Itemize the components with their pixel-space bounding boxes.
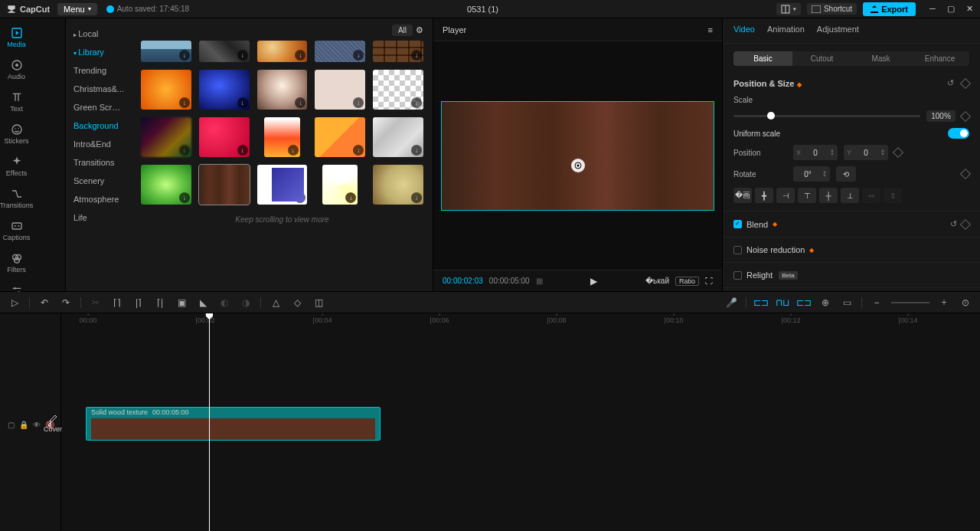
ratio-button[interactable]: Ratio <box>675 277 699 286</box>
keyframe-icon[interactable] <box>960 169 971 179</box>
download-icon[interactable]: ↓ <box>411 97 422 108</box>
thumb-item[interactable]: ↓ <box>257 41 308 62</box>
download-icon[interactable]: ↓ <box>179 192 190 203</box>
tab-animation[interactable]: Animation <box>767 25 805 37</box>
zoom-out[interactable]: − <box>870 296 884 310</box>
nav-audio[interactable]: Audio <box>0 54 33 86</box>
player-menu-icon[interactable]: ≡ <box>708 25 713 34</box>
thumb-item[interactable]: ↓ <box>315 70 365 110</box>
thumb-item[interactable]: ↓ <box>315 41 365 62</box>
filter-icon[interactable]: ⚙ <box>416 25 423 35</box>
sidebar-scenery[interactable]: Scenery <box>66 172 132 190</box>
minimize-button[interactable]: ─ <box>928 4 937 14</box>
split-left[interactable]: ⌈⌉ <box>110 296 124 310</box>
split-mid[interactable]: |⌉ <box>132 296 145 310</box>
nav-filters[interactable]: Filters <box>0 247 33 279</box>
flip-button[interactable]: ⟲ <box>836 166 856 182</box>
sidebar-life[interactable]: Life <box>66 208 132 227</box>
magnet-2[interactable]: ⊓⊔ <box>776 296 789 310</box>
thumb-item[interactable]: ↓ <box>373 117 423 157</box>
download-icon[interactable]: ↓ <box>295 97 305 108</box>
download-icon[interactable]: ↓ <box>353 50 364 61</box>
marker-tool[interactable]: ◣ <box>196 296 210 310</box>
timeline-ruler[interactable]: 00:00 |00:02 |00:04 |00:06 |00:08 |00:10… <box>61 313 980 324</box>
thumb-item[interactable]: ↓ <box>199 41 250 62</box>
zoom-in[interactable]: ＋ <box>937 296 951 310</box>
download-icon[interactable]: ↓ <box>295 192 305 203</box>
tab-adjustment[interactable]: Adjustment <box>817 25 859 37</box>
close-button[interactable]: ✕ <box>965 4 974 14</box>
sidebar-transitions[interactable]: Transitions <box>66 153 132 172</box>
maximize-button[interactable]: ▢ <box>946 4 956 14</box>
transform-handle-icon[interactable] <box>571 159 585 172</box>
thumb-item[interactable]: ↓ <box>373 165 423 205</box>
thumb-item[interactable]: ↓ <box>264 117 299 157</box>
timeline-tracks[interactable]: 00:00 |00:02 |00:04 |00:06 |00:08 |00:10… <box>61 313 980 531</box>
sidebar-atmosphere[interactable]: Atmosphere <box>66 190 132 208</box>
download-icon[interactable]: ↓ <box>237 50 248 61</box>
keyframe-icon[interactable] <box>960 110 971 121</box>
download-icon[interactable]: ↓ <box>345 192 356 203</box>
rotate-tool[interactable]: ◇ <box>290 296 304 310</box>
thumb-item[interactable]: ↓ <box>141 117 191 157</box>
preview-tool[interactable]: ▭ <box>840 296 854 310</box>
spinner-icon[interactable]: ▲▼ <box>830 149 835 156</box>
undo-button[interactable]: ↶ <box>38 296 51 310</box>
download-icon[interactable]: ↓ <box>237 145 248 156</box>
playhead[interactable] <box>209 313 210 531</box>
thumb-item[interactable]: ↓ <box>141 165 191 205</box>
magnet-3[interactable]: ⊏⊐ <box>797 296 811 310</box>
sidebar-local[interactable]: Local <box>66 25 132 43</box>
keyframe-icon[interactable] <box>893 147 903 158</box>
thumb-item[interactable]: ↓ <box>199 70 250 110</box>
sidebar-background[interactable]: Background <box>66 116 132 135</box>
position-x-input[interactable]: X▲▼ <box>793 145 838 160</box>
thumb-item[interactable]: ↓ <box>257 165 308 205</box>
zoom-slider[interactable] <box>891 302 929 303</box>
nav-captions[interactable]: Captions <box>0 215 33 247</box>
magnet-1[interactable]: ⊏⊐ <box>754 296 768 310</box>
uniform-toggle[interactable] <box>948 128 969 139</box>
download-icon[interactable]: ↓ <box>353 97 364 108</box>
thumb-item[interactable]: ↓ <box>373 41 423 62</box>
export-button[interactable]: Export <box>863 2 916 16</box>
rotate-input[interactable]: ▲▼ <box>793 166 830 182</box>
shortcut-button[interactable]: Shortcut <box>807 3 857 15</box>
cover-button[interactable]: Cover <box>44 415 61 433</box>
sidebar-greenscreen[interactable]: Green Screen <box>66 98 132 116</box>
sidebar-introend[interactable]: Intro&End <box>66 135 132 153</box>
download-icon[interactable]: ↓ <box>179 145 190 156</box>
thumb-item[interactable]: ↓ <box>315 117 365 157</box>
align-left[interactable]: �画 <box>733 188 752 203</box>
fullscreen-icon[interactable]: ⛶ <box>705 277 713 285</box>
thumb-item[interactable]: ↓ <box>257 70 308 110</box>
crop-tool[interactable]: ◫ <box>312 296 325 310</box>
mic-button[interactable]: 🎤 <box>724 296 738 310</box>
relight-checkbox[interactable] <box>733 271 742 280</box>
sidebar-christmas[interactable]: Christmas&... <box>66 80 132 98</box>
scale-slider[interactable] <box>733 115 920 117</box>
nav-text[interactable]: Text <box>0 86 33 118</box>
noise-section[interactable]: Noise reduction◆ <box>723 238 980 263</box>
download-icon[interactable]: ↓ <box>411 192 422 203</box>
nav-effects[interactable]: Effects <box>0 150 33 182</box>
lock-icon[interactable]: 🔒 <box>19 421 28 429</box>
sidebar-library[interactable]: Library <box>66 43 132 61</box>
timeline-clip[interactable]: Solid wood texture 00:00:05:00 <box>86 407 381 441</box>
download-icon[interactable]: ↓ <box>411 145 422 156</box>
quality-icon[interactable]: ▦ <box>536 277 543 285</box>
eye-icon[interactable]: 👁 <box>33 421 41 429</box>
tab-video[interactable]: Video <box>733 25 755 37</box>
thumb-item[interactable]: ↓ <box>199 117 250 157</box>
lock-icon[interactable]: ▢ <box>8 421 15 429</box>
mirror-tool[interactable]: △ <box>269 296 283 310</box>
align-vcenter[interactable]: ┼ <box>819 188 838 203</box>
reset-icon[interactable]: ↺ <box>947 78 954 88</box>
redo-button[interactable]: ↷ <box>59 296 73 310</box>
split-right[interactable]: ⌈| <box>153 296 167 310</box>
filter-all-button[interactable]: All <box>392 25 413 36</box>
download-icon[interactable]: ↓ <box>295 50 305 61</box>
relight-section[interactable]: Relight Beta <box>723 263 980 288</box>
align-right[interactable]: ⊣ <box>776 188 795 203</box>
menu-button[interactable]: Menu▾ <box>57 3 97 15</box>
